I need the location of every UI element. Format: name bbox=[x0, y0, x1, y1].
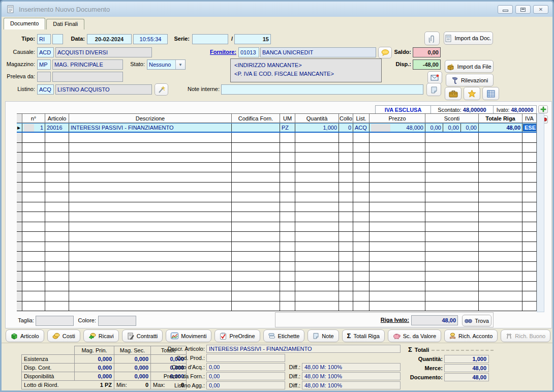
causale-code-field[interactable]: ACD bbox=[37, 47, 54, 57]
fornitore-link[interactable]: Fornitore: bbox=[207, 49, 236, 55]
attachment-button[interactable] bbox=[424, 32, 440, 45]
grid-empty-row[interactable] bbox=[17, 143, 537, 153]
close-button[interactable]: ✕ bbox=[533, 5, 548, 14]
grid-header-prezzo[interactable]: Prezzo bbox=[370, 114, 425, 123]
trova-button[interactable]: Trova bbox=[462, 315, 491, 326]
grid-empty-row[interactable] bbox=[17, 212, 537, 222]
grid-empty-row[interactable] bbox=[17, 242, 537, 252]
stock-row-label: Esistenza bbox=[21, 354, 75, 364]
grid-header-list[interactable]: List. bbox=[353, 114, 370, 123]
empty-cell bbox=[522, 252, 537, 261]
grid-header-descrizione[interactable]: Descrizione bbox=[69, 114, 232, 123]
grid-empty-row[interactable] bbox=[17, 272, 537, 282]
table-view-button[interactable] bbox=[482, 87, 499, 100]
cell-sconto-1[interactable]: 0,00 bbox=[425, 124, 443, 132]
note-button[interactable]: Note bbox=[307, 329, 338, 342]
rich-acconto-button[interactable]: Rich. Acconto bbox=[444, 329, 498, 342]
grid-empty-row[interactable] bbox=[17, 291, 537, 301]
briefcase-button[interactable] bbox=[445, 87, 461, 100]
grid-empty-row[interactable] bbox=[17, 163, 537, 173]
bottom-panel: Mag. Prin. Mag. Sec. Totale Esistenza 0,… bbox=[2, 343, 552, 389]
cell-articolo[interactable]: 20016 bbox=[45, 124, 69, 132]
tipo-field[interactable]: RI bbox=[37, 34, 51, 44]
minimize-button[interactable] bbox=[498, 5, 513, 14]
grid-header-quantita[interactable]: Quantità bbox=[295, 114, 339, 123]
empty-selector bbox=[17, 143, 22, 153]
rilevazioni-button[interactable]: Rilevazioni bbox=[446, 74, 494, 86]
sc-da-valore-button[interactable]: Sc. da Valore bbox=[388, 329, 441, 342]
cell-descrizione[interactable]: INTERESSI PASSIVI - FINANZIAMENTO bbox=[69, 124, 232, 132]
grid-scrollbar[interactable] bbox=[537, 113, 544, 312]
cell-collo[interactable]: 0 bbox=[339, 124, 353, 132]
costi-button[interactable]: Costi bbox=[47, 329, 80, 342]
magic-wand-button[interactable] bbox=[155, 83, 168, 96]
grid-header-sconti[interactable]: Sconti bbox=[425, 114, 479, 123]
cell-um[interactable]: PZ bbox=[280, 124, 295, 132]
grid-empty-row[interactable] bbox=[17, 252, 537, 262]
grid-empty-row[interactable] bbox=[17, 183, 537, 193]
grid-selected-row[interactable]: ▶ 1 20016 INTERESSI PASSIVI - FINANZIAME… bbox=[17, 123, 537, 133]
grid-empty-row[interactable] bbox=[17, 202, 537, 213]
note-interne-field[interactable] bbox=[221, 84, 423, 95]
maximize-button[interactable] bbox=[515, 5, 531, 14]
empty-cell bbox=[353, 202, 370, 212]
grid-empty-row[interactable] bbox=[17, 282, 537, 292]
tab-documento[interactable]: Documento bbox=[4, 18, 45, 29]
grid-header-totale[interactable]: Totale Riga bbox=[479, 114, 522, 123]
cell-sconto-3[interactable]: 0,00 bbox=[461, 124, 479, 132]
ricavi-button[interactable]: Ricavi bbox=[83, 329, 119, 342]
grid-empty-row[interactable] bbox=[17, 192, 537, 202]
cell-n[interactable]: 1 bbox=[22, 124, 45, 132]
tipo-extra-field[interactable] bbox=[52, 34, 63, 44]
fornitore-code-field[interactable]: 01013 bbox=[238, 47, 259, 57]
favorites-button[interactable] bbox=[464, 87, 480, 100]
grid-empty-row[interactable] bbox=[17, 133, 537, 143]
serie-num-field[interactable]: 15 bbox=[234, 34, 271, 44]
import-file-button[interactable]: Import da File bbox=[445, 60, 494, 73]
grid-empty-row[interactable] bbox=[17, 153, 537, 163]
empty-cell bbox=[353, 232, 370, 242]
stato-select[interactable]: Nessuno ▼ bbox=[147, 59, 186, 70]
grid-header-collo[interactable]: Collo bbox=[339, 114, 353, 123]
grid-empty-row[interactable] bbox=[17, 172, 537, 183]
magazzino-code-field[interactable]: MP bbox=[37, 59, 51, 70]
cell-iva[interactable]: ESE bbox=[522, 124, 537, 132]
cell-prezzo[interactable]: 48,000 bbox=[370, 124, 425, 132]
taglia-field[interactable] bbox=[36, 316, 74, 326]
serie-field[interactable] bbox=[192, 34, 228, 44]
tab-dati-finali[interactable]: Dati Finali bbox=[46, 19, 84, 29]
note-fornitore-button[interactable] bbox=[378, 47, 392, 58]
cell-list[interactable]: ACQ bbox=[353, 124, 370, 132]
grid-header-codifica[interactable]: Codifica Forn. bbox=[232, 114, 280, 123]
cell-totale-riga[interactable]: 48,00 bbox=[479, 124, 522, 132]
grid-header-iva[interactable]: IVA bbox=[522, 114, 537, 123]
data-field[interactable]: 20-02-2024 bbox=[87, 34, 132, 44]
notes-button[interactable] bbox=[426, 83, 441, 96]
totali-riga-button[interactable]: Σ Totali Riga bbox=[342, 329, 385, 342]
movimenti-button[interactable]: Movimenti bbox=[166, 329, 211, 342]
grid-header-articolo[interactable]: Articolo bbox=[45, 114, 69, 123]
etichette-button[interactable]: Etichette bbox=[263, 329, 305, 342]
grid-empty-row[interactable] bbox=[17, 262, 537, 272]
grid-header-um[interactable]: UM bbox=[280, 114, 295, 123]
cell-codifica[interactable] bbox=[232, 124, 280, 132]
riga-ivato-label[interactable]: Riga Ivato: bbox=[367, 317, 409, 323]
grid-header-n[interactable]: n° bbox=[22, 114, 45, 123]
contratti-button[interactable]: Contratti bbox=[122, 329, 163, 342]
grid-empty-row[interactable] bbox=[17, 232, 537, 242]
preleva-code-field bbox=[37, 72, 51, 82]
time-field[interactable]: 10:55:34 bbox=[133, 34, 168, 44]
cell-quantita[interactable]: 1,000 bbox=[295, 124, 339, 132]
empty-cell bbox=[295, 143, 339, 153]
grid-empty-row[interactable] bbox=[17, 222, 537, 232]
cell-sconto-2[interactable]: 0,00 bbox=[443, 124, 461, 132]
articolo-button[interactable]: Articolo bbox=[6, 329, 44, 342]
email-button[interactable] bbox=[427, 71, 442, 84]
empty-cell bbox=[232, 262, 280, 272]
listino-code-field[interactable]: ACQ bbox=[37, 84, 54, 95]
preordine-button[interactable]: PreOrdine bbox=[214, 329, 260, 342]
add-row-button[interactable] bbox=[538, 105, 548, 113]
colore-field[interactable] bbox=[98, 316, 136, 326]
grid-empty-row[interactable] bbox=[17, 301, 537, 312]
import-doc-button[interactable]: Import da Doc. bbox=[444, 32, 493, 45]
